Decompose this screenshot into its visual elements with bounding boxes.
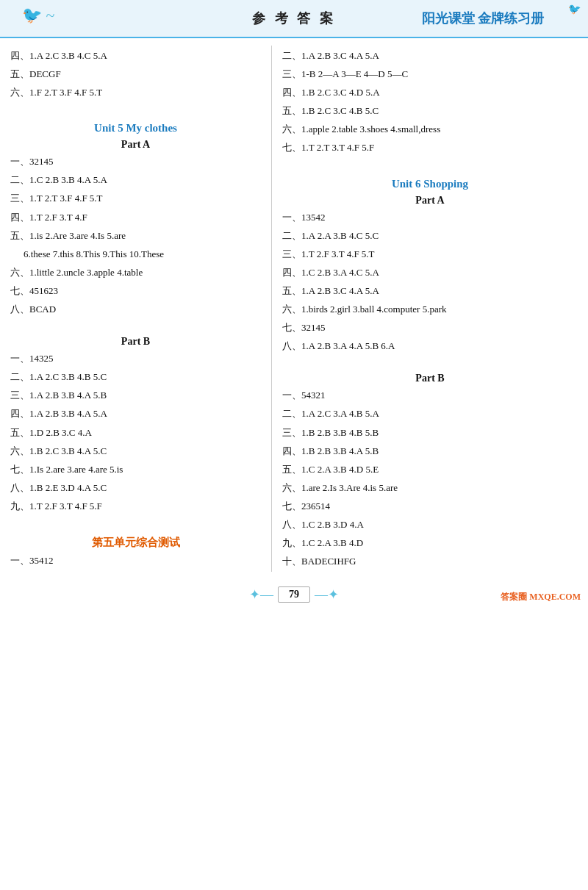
u6b-ans-1: 一、54321 xyxy=(282,387,578,403)
unit5-partA-title: Part A xyxy=(10,139,261,151)
header-brand: 阳光课堂 金牌练习册 xyxy=(422,10,545,27)
main-content: 四、1.A 2.C 3.B 4.C 5.A 五、DECGF 六、1.F 2.T … xyxy=(0,38,588,579)
right-column: 二、1.A 2.B 3.C 4.A 5.A 三、1-B 2—A 3—E 4—D … xyxy=(272,46,588,572)
u5t-ans-1: 一、35412 xyxy=(10,553,261,569)
u6a-ans-6: 六、1.birds 2.girl 3.ball 4.computer 5.par… xyxy=(282,301,578,317)
u5a-ans-3: 三、1.T 2.T 3.F 4.F 5.T xyxy=(10,190,261,207)
header-title: 参 考 答 案 xyxy=(252,10,336,27)
unit5-title: Unit 5 My clothes xyxy=(10,122,261,134)
u5b-ans-8: 八、1.B 2.E 3.D 4.A 5.C xyxy=(10,480,261,496)
unit6-partB-title: Part B xyxy=(282,373,578,384)
r-ans-liu: 六、1.apple 2.table 3.shoes 4.small,dress xyxy=(282,121,578,137)
u5a-ans-7: 七、451623 xyxy=(10,283,261,299)
u6b-ans-3: 三、1.B 2.B 3.B 4.B 5.B xyxy=(282,425,578,441)
left-column: 四、1.A 2.C 3.B 4.C 5.A 五、DECGF 六、1.F 2.T … xyxy=(0,46,272,572)
u6a-ans-5: 五、1.A 2.B 3.C 4.A 5.A xyxy=(282,283,578,299)
page-header: 🐦 ~ 参 考 答 案 阳光课堂 金牌练习册 🐦 xyxy=(0,0,588,38)
r-ans-wu: 五、1.B 2.C 3.C 4.B 5.C xyxy=(282,103,578,119)
unit6-title: Unit 6 Shopping xyxy=(282,178,578,190)
u6a-ans-8: 八、1.A 2.B 3.A 4.A 5.B 6.A xyxy=(282,338,578,354)
footer-deco-left: ✦— xyxy=(249,586,273,603)
r-ans-san: 三、1-B 2—A 3—E 4—D 5—C xyxy=(282,66,578,82)
answer-liu: 六、1.F 2.T 3.F 4.F 5.T xyxy=(10,85,261,101)
u6a-ans-7: 七、32145 xyxy=(282,320,578,336)
page-number: 79 xyxy=(278,586,310,603)
r-ans-qi: 七、1.T 2.T 3.T 4.F 5.F xyxy=(282,140,578,156)
u5a-ans-5b: 6.these 7.this 8.This 9.This 10.These xyxy=(24,246,261,262)
u5b-ans-7: 七、1.Is 2.are 3.are 4.are 5.is xyxy=(10,462,261,478)
page-footer: ✦— 79 —✦ 答案圈 MXQE.COM xyxy=(0,579,588,607)
u5a-ans-5: 五、1.is 2.Are 3.are 4.Is 5.are xyxy=(10,228,261,244)
u6b-ans-7: 七、236514 xyxy=(282,498,578,514)
u5b-ans-9: 九、1.T 2.F 3.T 4.F 5.F xyxy=(10,498,261,514)
u6a-ans-1: 一、13542 xyxy=(282,209,578,226)
u6b-ans-9: 九、1.C 2.A 3.B 4.D xyxy=(282,535,578,551)
u6b-ans-4: 四、1.B 2.B 3.B 4.A 5.B xyxy=(282,443,578,459)
u6a-ans-2: 二、1.A 2.A 3.B 4.C 5.C xyxy=(282,228,578,244)
unit5-test-title: 第五单元综合测试 xyxy=(10,536,261,550)
u5b-ans-4: 四、1.A 2.B 3.B 4.A 5.A xyxy=(10,406,261,422)
bird-right-icon: 🐦 xyxy=(568,3,581,15)
answer-si: 四、1.A 2.C 3.B 4.C 5.A xyxy=(10,48,261,64)
u6a-ans-4: 四、1.C 2.B 3.A 4.C 5.A xyxy=(282,265,578,281)
brand-text: 阳光课堂 金牌练习册 xyxy=(422,10,545,27)
watermark: 答案圈 MXQE.COM xyxy=(501,591,581,603)
u6b-ans-5: 五、1.C 2.A 3.B 4.D 5.E xyxy=(282,462,578,478)
u5b-ans-3: 三、1.A 2.B 3.B 4.A 5.B xyxy=(10,387,261,403)
u5b-ans-6: 六、1.B 2.C 3.B 4.A 5.C xyxy=(10,443,261,459)
u5b-ans-1: 一、14325 xyxy=(10,351,261,367)
u6b-ans-2: 二、1.A 2.C 3.A 4.B 5.A xyxy=(282,406,578,422)
u5a-ans-6: 六、1.little 2.uncle 3.apple 4.table xyxy=(10,265,261,281)
u6b-ans-6: 六、1.are 2.Is 3.Are 4.is 5.are xyxy=(282,480,578,496)
u6b-ans-10: 十、BADECIHFG xyxy=(282,553,578,570)
u6a-ans-3: 三、1.T 2.F 3.T 4.F 5.T xyxy=(282,246,578,262)
bird-left-icon: 🐦 ~ xyxy=(22,6,54,25)
unit5-partB-title: Part B xyxy=(10,336,261,348)
r-ans-si: 四、1.B 2.C 3.C 4.D 5.A xyxy=(282,85,578,101)
answer-wu: 五、DECGF xyxy=(10,66,261,82)
u5b-ans-2: 二、1.A 2.C 3.B 4.B 5.C xyxy=(10,369,261,385)
u5a-ans-4: 四、1.T 2.F 3.T 4.F xyxy=(10,209,261,226)
u5a-ans-1: 一、32145 xyxy=(10,154,261,170)
u6b-ans-8: 八、1.C 2.B 3.D 4.A xyxy=(282,517,578,533)
u5b-ans-5: 五、1.D 2.B 3.C 4.A xyxy=(10,425,261,441)
watermark-text: 答案圈 MXQE.COM xyxy=(501,592,581,602)
u5a-ans-2: 二、1.C 2.B 3.B 4.A 5.A xyxy=(10,172,261,188)
footer-deco-right: —✦ xyxy=(315,586,339,603)
unit6-partA-title: Part A xyxy=(282,195,578,207)
u5a-ans-8: 八、BCAD xyxy=(10,301,261,317)
r-ans-er: 二、1.A 2.B 3.C 4.A 5.A xyxy=(282,48,578,64)
